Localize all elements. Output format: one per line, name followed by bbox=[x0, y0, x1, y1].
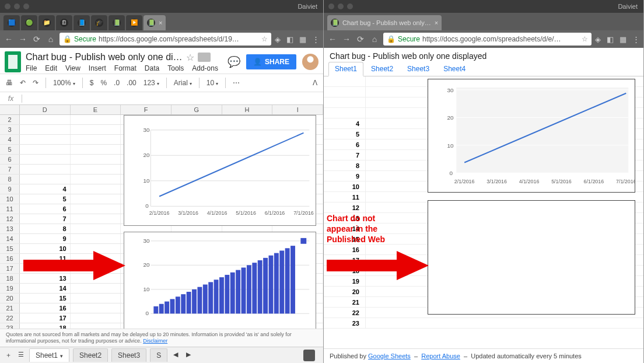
font-size-dropdown[interactable]: 10 bbox=[206, 79, 218, 87]
cell[interactable] bbox=[20, 155, 71, 164]
row-header[interactable]: 22 bbox=[0, 313, 20, 323]
currency-button[interactable]: $ bbox=[90, 79, 94, 87]
cell[interactable]: 7 bbox=[20, 214, 71, 224]
published-tab[interactable]: Sheet4 bbox=[437, 62, 472, 76]
cell[interactable]: 4 bbox=[20, 184, 71, 194]
browser-tab[interactable]: 🟦 bbox=[4, 15, 20, 30]
sheet-tab[interactable]: Sheet1 bbox=[29, 348, 69, 362]
sheet-tab[interactable]: Sheet3 bbox=[111, 348, 146, 362]
row-header[interactable]: 23 bbox=[0, 323, 20, 329]
row-header[interactable]: 2 bbox=[0, 115, 20, 124]
cell[interactable] bbox=[20, 174, 71, 184]
line-chart-left[interactable]: 30 20 10 0 bbox=[124, 115, 316, 226]
row-header[interactable]: 6 bbox=[0, 155, 20, 164]
browser-tab[interactable]: 📗× bbox=[144, 15, 166, 30]
move-folder-icon[interactable] bbox=[198, 53, 211, 62]
star-icon[interactable]: ☆ bbox=[582, 35, 588, 43]
cell[interactable]: 12 bbox=[20, 264, 71, 273]
browser-tab[interactable]: 📘 bbox=[74, 15, 90, 30]
nav-reload-icon[interactable]: ⟳ bbox=[32, 34, 42, 44]
scroll-right-icon[interactable]: ▶ bbox=[184, 351, 193, 360]
print-icon[interactable]: 🖶 bbox=[6, 79, 13, 87]
column-header[interactable]: I bbox=[272, 105, 323, 114]
nav-back-icon[interactable]: ← bbox=[327, 34, 338, 44]
cell[interactable]: 9 bbox=[20, 234, 71, 243]
column-header[interactable]: E bbox=[71, 105, 121, 114]
account-avatar[interactable] bbox=[302, 54, 318, 70]
scroll-left-icon[interactable]: ◀ bbox=[171, 351, 180, 360]
star-document-icon[interactable]: ☆ bbox=[186, 52, 194, 63]
nav-back-icon[interactable]: ← bbox=[4, 34, 14, 44]
row-header[interactable]: 4 bbox=[0, 135, 20, 144]
google-sheets-link[interactable]: Google Sheets bbox=[368, 352, 411, 359]
nav-home-icon[interactable]: ⌂ bbox=[369, 34, 380, 44]
nav-reload-icon[interactable]: ⟳ bbox=[355, 34, 366, 44]
row-header[interactable]: 17 bbox=[0, 264, 20, 273]
nav-forward-icon[interactable]: → bbox=[341, 34, 352, 44]
extension-icon[interactable]: ◧ bbox=[286, 35, 293, 44]
more-tools-button[interactable]: ⋯ bbox=[233, 79, 240, 87]
undo-icon[interactable]: ↶ bbox=[20, 79, 26, 87]
extension-icon[interactable]: ◈ bbox=[275, 35, 281, 44]
url-field[interactable]: 🔒 Secure https://docs.google.com/spreads… bbox=[60, 33, 271, 46]
spreadsheet-grid[interactable]: 2345678941051161271381491510161117121813… bbox=[0, 115, 323, 329]
all-sheets-icon[interactable]: ☰ bbox=[16, 351, 26, 360]
nav-forward-icon[interactable]: → bbox=[18, 34, 28, 44]
row-header[interactable]: 11 bbox=[0, 204, 20, 214]
menu-item[interactable]: File bbox=[26, 64, 37, 72]
sheets-logo-icon[interactable] bbox=[5, 51, 21, 72]
browser-tab[interactable]: 📗 Chart bug - Publish web only… × bbox=[327, 15, 442, 30]
browser-tab[interactable]: 📗 bbox=[108, 15, 125, 30]
traffic-lights[interactable] bbox=[5, 4, 29, 9]
zoom-dropdown[interactable]: 100% bbox=[53, 79, 75, 87]
url-field[interactable]: 🔒 Secure https://docs.google.com/spreads… bbox=[383, 33, 592, 46]
row-header[interactable]: 19 bbox=[0, 284, 20, 293]
cell[interactable]: 13 bbox=[20, 274, 71, 283]
explore-button[interactable] bbox=[303, 350, 315, 361]
font-dropdown[interactable]: Arial bbox=[174, 79, 192, 87]
cell[interactable] bbox=[20, 145, 71, 154]
cell[interactable]: 8 bbox=[20, 224, 71, 233]
published-tab[interactable]: Sheet1 bbox=[328, 62, 363, 76]
close-tab-icon[interactable]: × bbox=[159, 19, 162, 26]
close-tab-icon[interactable]: × bbox=[435, 19, 438, 26]
bar-chart-left[interactable]: 30 20 10 0 bbox=[124, 232, 316, 329]
cell[interactable]: 5 bbox=[20, 194, 71, 204]
published-tab[interactable]: Sheet3 bbox=[401, 62, 436, 76]
column-header[interactable]: G bbox=[172, 105, 222, 114]
cell[interactable]: 10 bbox=[20, 244, 71, 253]
menu-icon[interactable]: ⋮ bbox=[312, 35, 320, 44]
row-header[interactable]: 12 bbox=[0, 214, 20, 224]
browser-tab[interactable]: 🗓 bbox=[56, 15, 72, 30]
cell[interactable]: 11 bbox=[20, 254, 71, 263]
disclaimer-link[interactable]: Disclaimer bbox=[143, 338, 167, 344]
cell[interactable] bbox=[20, 135, 71, 144]
menu-item[interactable]: Data bbox=[145, 64, 159, 72]
cell[interactable] bbox=[20, 125, 71, 134]
formula-input[interactable] bbox=[22, 92, 323, 104]
row-header[interactable]: 16 bbox=[0, 254, 20, 263]
row-header[interactable]: 21 bbox=[0, 303, 20, 313]
row-header[interactable]: 14 bbox=[0, 234, 20, 243]
browser-tab[interactable]: 📁 bbox=[38, 15, 55, 30]
browser-tab[interactable]: 🎓 bbox=[91, 15, 107, 30]
column-header[interactable]: H bbox=[222, 105, 273, 114]
row-header[interactable]: 15 bbox=[0, 244, 20, 253]
menu-icon[interactable]: ⋮ bbox=[632, 35, 640, 44]
format-123-dropdown[interactable]: 123 bbox=[144, 79, 159, 87]
dec-decrease-button[interactable]: .0 bbox=[114, 79, 120, 87]
row-header[interactable]: 3 bbox=[0, 125, 20, 134]
collapse-toolbar-icon[interactable]: ᐱ bbox=[313, 79, 317, 87]
row-header[interactable]: 13 bbox=[0, 224, 20, 233]
column-headers[interactable]: DEFGHI bbox=[0, 105, 323, 115]
row-header[interactable]: 20 bbox=[0, 294, 20, 303]
report-abuse-link[interactable]: Report Abuse bbox=[421, 352, 460, 359]
sheet-tab[interactable]: Sheet2 bbox=[73, 348, 108, 362]
comments-icon[interactable]: 💬 bbox=[228, 55, 240, 68]
document-title[interactable]: Chart bug - Publish web only one di… bbox=[26, 52, 183, 62]
traffic-lights[interactable] bbox=[328, 4, 353, 9]
menu-item[interactable]: Add-ons bbox=[192, 64, 218, 72]
row-header[interactable]: 10 bbox=[0, 194, 20, 204]
cell[interactable] bbox=[20, 115, 71, 124]
row-header[interactable]: 7 bbox=[0, 165, 20, 174]
